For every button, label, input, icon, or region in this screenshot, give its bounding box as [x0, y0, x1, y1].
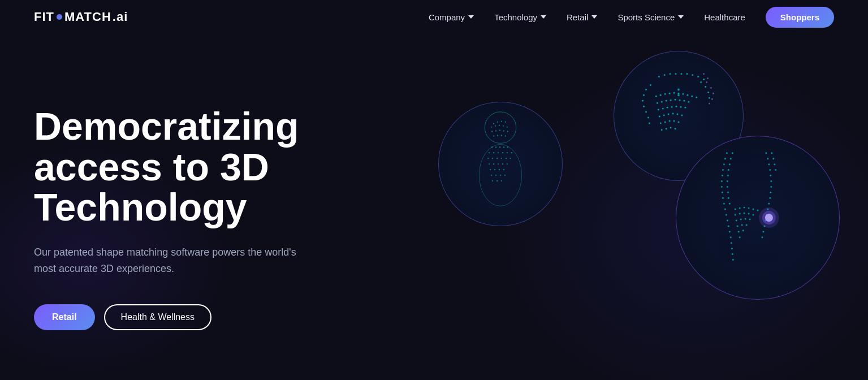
hero-visuals: [404, 34, 868, 380]
svg-point-176: [748, 208, 750, 209]
nav-item-retail[interactable]: Retail: [567, 12, 597, 22]
svg-point-143: [732, 152, 733, 154]
svg-point-31: [504, 175, 506, 176]
svg-point-161: [769, 197, 771, 199]
svg-point-175: [744, 207, 745, 209]
svg-point-14: [492, 158, 493, 159]
svg-point-130: [722, 192, 723, 193]
svg-point-19: [489, 163, 490, 165]
health-wellness-button[interactable]: Health & Wellness: [104, 304, 211, 330]
svg-point-158: [770, 180, 772, 182]
svg-point-118: [712, 93, 714, 94]
svg-point-0: [485, 112, 516, 143]
svg-point-56: [642, 100, 644, 102]
svg-point-50: [497, 135, 498, 136]
svg-point-196: [759, 208, 779, 228]
svg-point-129: [721, 186, 723, 188]
svg-point-181: [744, 213, 745, 214]
svg-point-154: [767, 158, 768, 159]
svg-point-145: [729, 163, 731, 165]
logo-dot-icon: [57, 14, 62, 20]
svg-point-69: [680, 73, 682, 75]
svg-point-64: [709, 97, 710, 99]
svg-point-107: [669, 120, 671, 122]
svg-point-76: [664, 93, 666, 95]
svg-point-85: [661, 101, 663, 103]
svg-point-160: [770, 192, 771, 193]
svg-point-131: [722, 197, 724, 199]
svg-point-185: [740, 218, 742, 220]
nav-item-company[interactable]: Company: [429, 12, 474, 22]
svg-point-44: [491, 131, 493, 132]
svg-point-48: [507, 131, 508, 132]
svg-point-188: [737, 225, 739, 227]
svg-point-136: [728, 225, 729, 227]
svg-point-15: [496, 158, 498, 159]
svg-point-52: [505, 135, 506, 136]
svg-point-93: [662, 108, 664, 110]
svg-point-124: [724, 158, 726, 159]
svg-point-78: [673, 92, 675, 94]
svg-point-183: [753, 214, 754, 216]
svg-point-59: [647, 116, 649, 118]
svg-point-137: [729, 231, 731, 232]
svg-point-99: [659, 116, 660, 118]
svg-point-60: [649, 122, 650, 124]
svg-point-81: [686, 94, 688, 96]
svg-point-121: [703, 73, 705, 75]
svg-point-91: [688, 101, 689, 103]
svg-point-157: [770, 175, 771, 176]
svg-point-114: [677, 88, 680, 90]
svg-point-42: [503, 125, 504, 126]
nav-sports-science-label: Sports Science: [617, 12, 675, 22]
svg-point-11: [507, 152, 508, 153]
svg-point-128: [721, 180, 723, 182]
svg-point-75: [660, 94, 662, 96]
svg-point-86: [666, 100, 667, 102]
svg-point-84: [657, 102, 658, 104]
svg-point-193: [739, 236, 741, 238]
svg-point-30: [500, 175, 501, 176]
svg-point-125: [723, 163, 725, 165]
nav-company-label: Company: [429, 12, 465, 22]
svg-point-113: [675, 128, 676, 129]
svg-point-55: [643, 94, 645, 96]
svg-point-174: [739, 208, 741, 209]
nav-item-sports-science[interactable]: Sports Science: [617, 12, 684, 22]
svg-point-109: [678, 121, 680, 123]
svg-point-47: [503, 130, 504, 131]
svg-point-8: [493, 152, 494, 153]
nav-technology-label: Technology: [494, 12, 537, 22]
chevron-down-icon: [678, 15, 684, 19]
svg-point-192: [742, 230, 744, 231]
chevron-down-icon: [541, 15, 546, 19]
svg-point-46: [499, 129, 500, 131]
svg-point-105: [660, 122, 662, 124]
svg-point-170: [772, 158, 774, 159]
svg-point-87: [670, 100, 672, 101]
svg-point-70: [675, 73, 677, 75]
logo[interactable]: FITMATCH.ai: [34, 10, 128, 24]
nav-item-technology[interactable]: Technology: [494, 12, 546, 22]
svg-point-10: [502, 152, 503, 153]
shoppers-button[interactable]: Shoppers: [766, 7, 834, 28]
human-silhouette-svg: [439, 102, 562, 226]
chevron-down-icon: [468, 15, 474, 19]
svg-point-184: [736, 219, 737, 221]
svg-point-49: [493, 135, 494, 136]
svg-point-139: [731, 242, 732, 244]
svg-point-162: [768, 203, 770, 205]
svg-point-153: [765, 152, 767, 154]
svg-point-66: [697, 76, 699, 77]
svg-point-77: [669, 93, 671, 94]
svg-point-180: [739, 213, 741, 215]
svg-point-80: [682, 93, 684, 95]
svg-point-35: [493, 123, 494, 124]
nav-item-healthcare[interactable]: Healthcare: [704, 12, 745, 22]
retail-button[interactable]: Retail: [34, 304, 95, 330]
knee-svg: [676, 136, 839, 299]
svg-point-22: [502, 163, 503, 165]
svg-point-168: [761, 236, 763, 238]
svg-point-171: [774, 163, 775, 165]
svg-point-97: [680, 106, 681, 108]
